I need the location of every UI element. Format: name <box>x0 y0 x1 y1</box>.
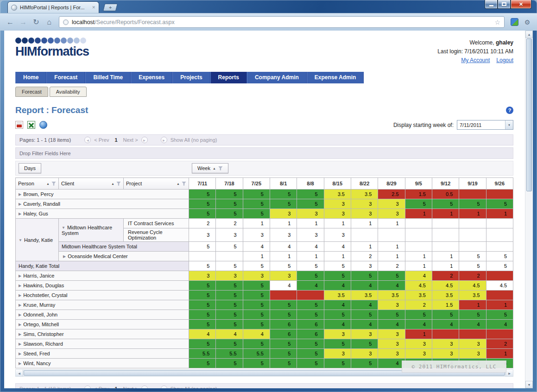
row-label[interactable]: ▶Ortego, Mitchell <box>16 320 189 329</box>
expand-icon[interactable]: ▶ <box>19 322 21 327</box>
expand-icon[interactable]: ▶ <box>19 342 21 346</box>
show-all-link[interactable]: Show All (no paging) <box>171 386 217 388</box>
nav-tab-expense-admin[interactable]: Expense Admin <box>307 72 364 83</box>
nav-tab-forecast[interactable]: Forecast <box>46 72 85 83</box>
scroll-up-icon[interactable]: ▲ <box>525 31 533 38</box>
chevron-down-icon[interactable]: ▼ <box>505 120 513 129</box>
expand-icon[interactable]: ▶ <box>19 284 21 288</box>
scroll-right-icon[interactable]: ▶ <box>505 370 513 376</box>
week-column-header[interactable]: 7/11 <box>189 178 216 190</box>
expand-icon[interactable]: ▶ <box>19 332 21 336</box>
tab-close-icon[interactable]: ✕ <box>92 5 95 10</box>
expand-icon[interactable]: ▶ <box>19 361 21 366</box>
row-label[interactable]: ▶Wint, Nancy <box>16 359 189 368</box>
help-icon[interactable]: ? <box>506 107 513 114</box>
week-column-header[interactable]: 8/8 <box>297 178 324 190</box>
maximize-button[interactable] <box>498 0 511 9</box>
expand-icon[interactable]: ▶ <box>19 274 21 278</box>
last-page-icon[interactable]: ▶ <box>141 386 148 388</box>
week-column-header[interactable]: 7/18 <box>216 178 243 190</box>
address-bar[interactable]: localhost/Secure/Reports/Forecast.aspx ☆ <box>59 16 505 28</box>
show-all-link[interactable]: Show All (no paging) <box>171 137 217 143</box>
collapse-icon[interactable]: ▼ <box>19 238 22 242</box>
scroll-down-icon[interactable]: ▼ <box>525 381 533 388</box>
extension-icon[interactable] <box>511 18 518 26</box>
week-dropdown[interactable]: 7/11/2011 ▼ <box>457 120 513 130</box>
row-label[interactable]: ▶Caverly, Randall <box>16 199 189 209</box>
next-page-link[interactable]: Next > <box>123 137 138 143</box>
week-column-header[interactable]: 8/15 <box>324 178 351 190</box>
expand-icon[interactable]: ▶ <box>19 303 21 307</box>
expand-icon[interactable]: ▶ <box>63 254 66 259</box>
pdf-export-icon[interactable] <box>15 121 23 129</box>
sub-tab-availability[interactable]: Availability <box>50 87 87 97</box>
week-column-header[interactable]: 9/5 <box>405 178 432 190</box>
week-column-header[interactable]: 8/29 <box>378 178 405 190</box>
excel-export-icon[interactable] <box>27 121 35 129</box>
collapse-icon[interactable]: ▼ <box>62 226 65 230</box>
prev-page-link[interactable]: < Prev <box>94 137 109 143</box>
column-field-person[interactable]: Person▲ <box>16 178 59 190</box>
week-field-button[interactable]: Week ▲ <box>192 163 228 173</box>
week-column-header[interactable]: 8/1 <box>270 178 297 190</box>
column-field-client[interactable]: Client▲ <box>59 178 124 190</box>
back-button[interactable]: ← <box>5 19 16 26</box>
home-button[interactable]: ⌂ <box>44 19 55 26</box>
row-label[interactable]: ▶Slawson, Richard <box>16 339 189 349</box>
row-label[interactable]: ▶Brown, Percy <box>16 190 189 199</box>
filter-drop-zone[interactable]: Drop Filter Fields Here <box>15 147 513 159</box>
first-page-icon[interactable]: ◀ <box>84 386 91 388</box>
row-label[interactable]: ▶Kruse, Murray <box>16 300 189 310</box>
filter-icon[interactable] <box>116 182 121 186</box>
web-export-icon[interactable] <box>39 121 47 129</box>
nav-tab-projects[interactable]: Projects <box>172 72 210 83</box>
week-column-header[interactable]: 8/22 <box>351 178 378 190</box>
week-column-header[interactable]: 9/19 <box>459 178 486 190</box>
forward-button[interactable]: → <box>18 19 29 26</box>
first-page-icon[interactable]: ◀ <box>84 137 91 143</box>
row-label[interactable]: ▼Handy, Katie <box>16 219 59 261</box>
show-all-icon[interactable]: ▶ <box>161 386 167 388</box>
week-column-header[interactable]: 9/26 <box>486 178 513 190</box>
sub-tab-forecast[interactable]: Forecast <box>15 87 48 97</box>
current-page-number[interactable]: 1 <box>112 137 120 143</box>
filter-icon[interactable] <box>182 182 186 186</box>
expand-icon[interactable]: ▶ <box>19 202 21 206</box>
nav-tab-company-admin[interactable]: Company Admin <box>247 72 307 83</box>
expand-icon[interactable]: ▶ <box>19 352 21 356</box>
row-label[interactable]: ▶Steed, Fred <box>16 349 189 359</box>
expand-icon[interactable]: ▶ <box>19 293 21 297</box>
expand-icon[interactable]: ▶ <box>19 313 21 317</box>
nav-tab-expenses[interactable]: Expenses <box>131 72 172 83</box>
filter-icon[interactable] <box>218 166 223 171</box>
row-label[interactable]: ▶Oceanside Medical Center <box>59 252 189 261</box>
expand-icon[interactable]: ▶ <box>19 212 21 216</box>
browser-tab[interactable]: HIMfoPortal | Reports | For... ✕ <box>7 1 99 13</box>
week-column-header[interactable]: 7/25 <box>243 178 270 190</box>
new-tab-button[interactable]: + <box>103 4 118 11</box>
filter-icon[interactable] <box>51 182 56 186</box>
next-page-link[interactable]: Next > <box>123 386 138 388</box>
logout-link[interactable]: Logout <box>496 57 513 63</box>
refresh-button[interactable]: ↻ <box>31 19 42 26</box>
nav-tab-reports[interactable]: Reports <box>210 72 247 83</box>
column-field-project[interactable]: Project▲ <box>124 178 189 190</box>
close-button[interactable]: ✕ <box>511 0 531 9</box>
scroll-left-icon[interactable]: ◀ <box>16 370 23 376</box>
expand-icon[interactable]: ▶ <box>19 192 21 196</box>
row-label[interactable]: ▶Sims, Christopher <box>16 329 189 339</box>
days-field-button[interactable]: Days <box>19 163 41 173</box>
last-page-icon[interactable]: ▶ <box>141 137 148 143</box>
bookmark-star-icon[interactable]: ☆ <box>494 19 500 26</box>
nav-tab-billed-time[interactable]: Billed Time <box>85 72 131 83</box>
nav-tab-home[interactable]: Home <box>15 72 46 83</box>
row-label[interactable]: ▶Odonnell, John <box>16 310 189 320</box>
vertical-scrollbar[interactable]: ▲ ▼ <box>525 31 533 388</box>
current-page-number[interactable]: 1 <box>112 386 120 388</box>
row-label[interactable]: ▼Midtown Healthcare System <box>59 219 124 242</box>
vscroll-thumb[interactable] <box>526 38 532 191</box>
my-account-link[interactable]: My Account <box>461 57 490 63</box>
row-label[interactable]: ▶Hawkins, Douglas <box>16 281 189 291</box>
minimize-button[interactable] <box>485 0 498 9</box>
wrench-menu-icon[interactable]: ⚙ <box>522 19 532 26</box>
